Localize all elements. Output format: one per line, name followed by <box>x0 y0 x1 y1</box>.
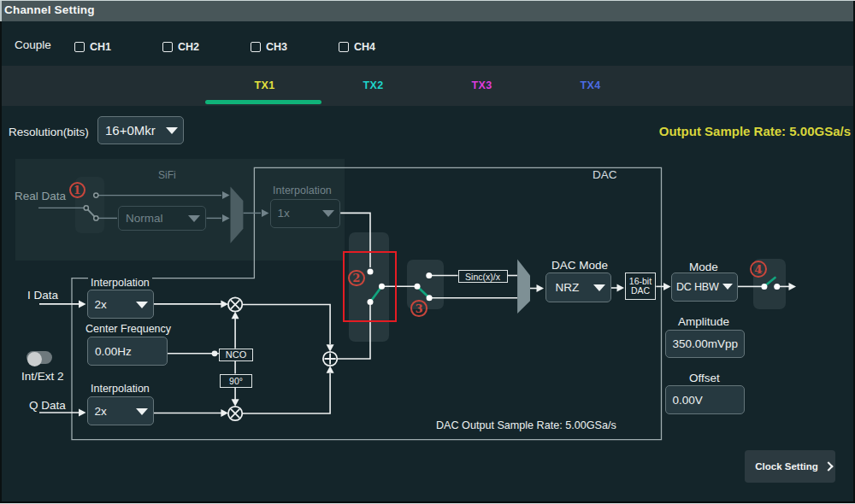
int-ext-toggle[interactable] <box>27 351 52 364</box>
dac-output-sample-rate: DAC Output Sample Rate: 5.00GSa/s <box>436 419 616 431</box>
dac-mode-value: NRZ <box>556 281 580 294</box>
mode-label: Mode <box>689 261 718 273</box>
q-data-label: Q Data <box>29 399 62 412</box>
badge-3: 3 <box>410 300 428 317</box>
badge-2: 2 <box>348 270 365 287</box>
caret-down-icon <box>322 210 334 217</box>
chevron-right-icon <box>823 461 833 471</box>
sifi-mode-value: Normal <box>126 212 163 225</box>
i-data-label: I Data <box>26 289 58 302</box>
sifi-title: SiFi <box>158 169 176 181</box>
switch3[interactable] <box>415 273 433 301</box>
sifi-mux <box>231 187 244 243</box>
phase-90-label: 90° <box>229 376 243 386</box>
phase-90-box: 90° <box>220 374 252 388</box>
adder-icon <box>323 352 337 366</box>
mode-value: DC HBW <box>676 281 719 293</box>
i-interpolation-value: 2x <box>95 298 107 311</box>
caret-down-icon <box>593 284 605 291</box>
window-frame-left <box>0 21 2 504</box>
q-interpolation-dropdown[interactable]: 2x <box>87 396 154 425</box>
amplitude-label: Amplitude <box>678 315 729 328</box>
center-frequency-field[interactable]: 0.00Hz <box>87 337 168 366</box>
i-interpolation-label: Interpolation <box>88 277 152 289</box>
dac-title: DAC <box>593 168 617 181</box>
amplitude-value: 350.00mVpp <box>673 337 739 350</box>
i-interpolation-dropdown[interactable]: 2x <box>87 290 154 319</box>
sinc-label: Sinc(x)/x <box>465 272 500 282</box>
multiplier-i-icon <box>228 297 242 311</box>
offset-value: 0.00V <box>673 394 703 407</box>
dac-mode-dropdown[interactable]: NRZ <box>545 273 611 302</box>
switch4[interactable] <box>761 278 780 290</box>
mode-dropdown[interactable]: DC HBW <box>671 273 738 302</box>
clock-setting-button[interactable]: Clock Setting <box>745 450 835 483</box>
sifi-interpolation-value: 1x <box>278 207 290 220</box>
sinc-box: Sinc(x)/x <box>458 270 508 283</box>
channel-setting-window: Channel Setting Couple CH1 CH2 CH3 CH4 T… <box>0 0 855 504</box>
nco-label: NCO <box>226 349 246 360</box>
multiplier-q-icon <box>228 407 242 420</box>
offset-label: Offset <box>689 372 720 384</box>
q-interpolation-label: Interpolation <box>88 383 152 395</box>
window-frame-titlebar-left <box>0 1 2 21</box>
amplitude-field[interactable]: 350.00mVpp <box>665 330 745 358</box>
dac-mux <box>517 260 530 314</box>
block-diagram <box>0 0 855 504</box>
center-frequency-value: 0.00Hz <box>95 345 132 358</box>
clock-setting-label: Clock Setting <box>755 461 817 472</box>
dac-16bit-box: 16-bit DAC <box>625 273 656 300</box>
offset-field[interactable]: 0.00V <box>665 385 745 414</box>
sifi-mode-dropdown[interactable]: Normal <box>118 206 206 231</box>
sifi-switch-dots <box>84 193 98 220</box>
q-interpolation-value: 2x <box>95 405 107 418</box>
window-frame-top <box>0 0 855 1</box>
caret-down-icon <box>136 408 148 415</box>
nco-box: NCO <box>219 349 253 361</box>
sifi-interpolation-dropdown[interactable]: 1x <box>270 199 340 228</box>
caret-down-icon <box>136 302 148 308</box>
caret-down-icon <box>188 215 200 222</box>
dac-16bit-line2: DAC <box>631 286 650 296</box>
center-frequency-label: Center Frequency <box>86 323 171 335</box>
real-data-label: Real Data <box>15 190 66 202</box>
int-ext-label: Int/Ext 2 <box>21 370 64 383</box>
badge-1: 1 <box>69 182 86 198</box>
sifi-arrowheads <box>222 191 269 222</box>
caret-down-icon <box>722 284 733 290</box>
toggle-knob[interactable] <box>27 352 42 366</box>
sifi-interpolation-label: Interpolation <box>273 185 332 196</box>
highlight-red-box <box>343 251 397 322</box>
dac-mode-label: DAC Mode <box>551 259 608 272</box>
nco-junction-dot <box>212 350 218 356</box>
